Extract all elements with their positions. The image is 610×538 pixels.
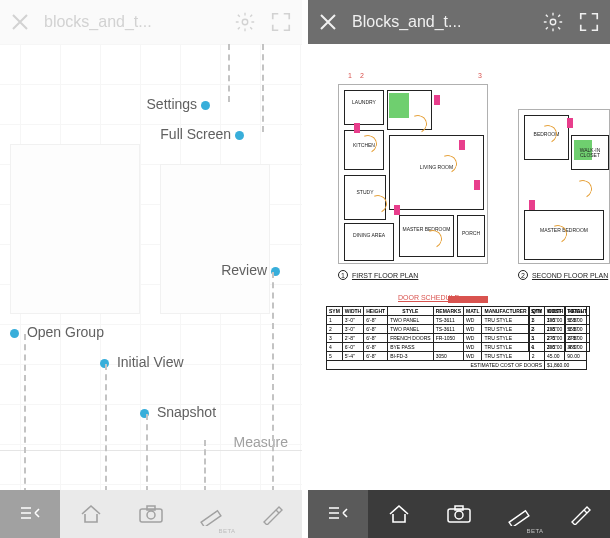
callout-measure: Measure xyxy=(234,434,288,450)
svg-rect-4 xyxy=(202,511,222,526)
callout-settings: Settings xyxy=(147,96,198,112)
review-button[interactable] xyxy=(242,490,302,538)
guide-line xyxy=(228,44,230,102)
left-canvas[interactable]: Settings Full Screen Review Open Group xyxy=(0,44,302,490)
svg-point-7 xyxy=(455,511,463,519)
svg-point-2 xyxy=(147,511,155,519)
dot-icon xyxy=(201,101,210,110)
left-title: blocks_and_t... xyxy=(44,13,152,31)
left-bottombar: BETA xyxy=(0,490,302,538)
snapshot-button[interactable] xyxy=(429,490,489,538)
left-topbar: blocks_and_t... xyxy=(0,0,302,44)
room-label: PORCH xyxy=(459,231,483,236)
review-button[interactable] xyxy=(550,490,610,538)
axis-label: 3 xyxy=(478,72,482,79)
initial-view-button[interactable] xyxy=(60,490,120,538)
fullscreen-icon[interactable] xyxy=(578,11,600,33)
svg-rect-9 xyxy=(510,511,530,526)
guide-line xyxy=(105,364,107,490)
fullscreen-icon[interactable] xyxy=(270,11,292,33)
guide-line xyxy=(204,440,206,490)
guide-line xyxy=(146,414,148,490)
svg-rect-3 xyxy=(147,506,155,510)
callout-initial-view: Initial View xyxy=(117,354,184,370)
circle-number-icon: 1 xyxy=(338,270,348,280)
right-canvas[interactable]: 1 2 3 LAUNDRY KITCHEN LIVING ROOM STUDY … xyxy=(308,44,610,490)
measure-button[interactable]: BETA xyxy=(181,490,241,538)
room-label: DINING AREA xyxy=(347,233,391,238)
callout-snapshot: Snapshot xyxy=(157,404,216,420)
guide-line xyxy=(262,44,264,132)
callout-review: Review xyxy=(221,262,267,278)
guide-line xyxy=(272,272,274,490)
circle-number-icon: 2 xyxy=(518,270,528,280)
close-icon[interactable] xyxy=(10,12,30,32)
second-floor-plan: BEDROOM WALK-IN CLOSET MASTER BEDROOM xyxy=(518,109,610,264)
room-label: LAUNDRY xyxy=(347,100,381,105)
callout-open-group: Open Group xyxy=(27,324,104,340)
svg-point-5 xyxy=(550,19,556,25)
divider xyxy=(0,450,302,451)
initial-view-button[interactable] xyxy=(368,490,428,538)
title-bar-icon xyxy=(448,296,488,303)
right-bottombar: BETA xyxy=(308,490,610,538)
room-label: WALK-IN CLOSET xyxy=(573,148,607,158)
close-icon[interactable] xyxy=(318,12,338,32)
settings-gear-icon[interactable] xyxy=(542,11,564,33)
measure-button[interactable]: BETA xyxy=(489,490,549,538)
guide-line xyxy=(24,334,26,490)
right-topbar: Blocks_and_t... xyxy=(308,0,610,44)
dot-icon xyxy=(235,131,244,140)
axis-label: 1 xyxy=(348,72,352,79)
plan-title: 2 SECOND FLOOR PLAN xyxy=(518,270,608,280)
snapshot-button[interactable] xyxy=(121,490,181,538)
svg-point-0 xyxy=(242,19,248,25)
right-title: Blocks_and_t... xyxy=(352,13,461,31)
secondary-table: SYMWIDTHHEIGHT 13'-0"6'-8"22'-8"6'-8"32'… xyxy=(528,306,590,352)
open-group-button[interactable] xyxy=(0,490,60,538)
dot-icon xyxy=(10,329,19,338)
beta-badge: BETA xyxy=(218,528,235,534)
open-group-button[interactable] xyxy=(308,490,368,538)
axis-label: 2 xyxy=(360,72,364,79)
callout-fullscreen: Full Screen xyxy=(160,126,231,142)
plan-title: 1 FIRST FLOOR PLAN xyxy=(338,270,418,280)
first-floor-plan: LAUNDRY KITCHEN LIVING ROOM STUDY DINING… xyxy=(338,84,488,264)
svg-rect-8 xyxy=(455,506,463,510)
settings-gear-icon[interactable] xyxy=(234,11,256,33)
beta-badge: BETA xyxy=(526,528,543,534)
